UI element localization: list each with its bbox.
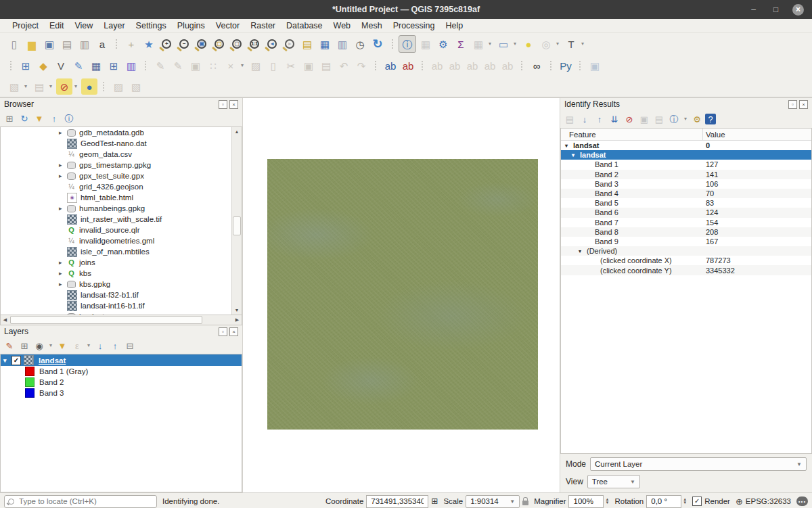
expand-arrow-icon[interactable]: ▾ — [572, 152, 580, 158]
collapse-tree-button[interactable]: ↑ — [593, 112, 606, 126]
identify-result-row[interactable]: Band 8 208 — [561, 227, 811, 237]
text-annotation-button[interactable]: T — [563, 36, 579, 52]
form-view-button[interactable]: ▤ — [563, 112, 577, 126]
zoom-last-button[interactable]: ◂ — [264, 36, 280, 52]
browser-item[interactable]: ▸ joins — [1, 257, 242, 268]
minimize-button[interactable]: – — [748, 4, 759, 16]
browser-item[interactable]: GeodTest-nano.dat — [1, 138, 242, 149]
processing-toolbox-button[interactable]: ⚙ — [435, 36, 451, 52]
layers-float-icon[interactable]: ▫ — [219, 327, 227, 336]
current-edits-button[interactable]: ✎ — [152, 57, 168, 74]
cut-features-button[interactable]: ✂ — [283, 57, 299, 74]
metasearch-button[interactable]: ∞ — [528, 57, 545, 74]
refresh-browser-button[interactable]: ↻ — [18, 112, 31, 125]
browser-item[interactable]: ▸ humanbeings.gpkg — [1, 203, 242, 214]
new-spatialite-button[interactable]: ✎ — [70, 57, 87, 74]
zoom-to-layer-button[interactable]: ▢ — [229, 36, 245, 52]
menu-item[interactable]: Raster — [245, 20, 281, 31]
filter-expression-button[interactable]: ε — [70, 339, 84, 352]
identify-close-icon[interactable]: × — [799, 100, 808, 109]
lock-scale-icon[interactable] — [522, 501, 528, 505]
remove-layer-button[interactable]: ⊟ — [123, 339, 137, 352]
layers-close-icon[interactable]: × — [229, 327, 238, 336]
identify-float-icon[interactable]: ▫ — [788, 100, 797, 109]
expand-tree-button[interactable]: ↓ — [578, 112, 591, 126]
magnifier-spinbox[interactable]: ▲▼ — [568, 495, 609, 508]
add-selected-layers-button[interactable]: ⊞ — [3, 112, 16, 125]
show-statistics-button[interactable]: Σ — [453, 36, 469, 52]
scrollbar-thumb[interactable] — [10, 316, 202, 324]
layer-item-landsat[interactable]: ▾ ✓ landsat — [1, 354, 242, 366]
magnifier-input[interactable] — [572, 497, 600, 506]
menu-item[interactable]: Project — [7, 20, 44, 31]
feature-column-header[interactable]: Feature — [561, 129, 703, 140]
extents-icon[interactable]: ⊞ — [431, 497, 438, 506]
menu-item[interactable]: Plugins — [172, 20, 210, 31]
map-canvas[interactable] — [242, 98, 560, 492]
select-by-location-button[interactable]: ● — [81, 78, 97, 95]
maximize-button[interactable]: □ — [770, 4, 782, 16]
browser-item[interactable]: ▸ kbs.gpkg — [1, 279, 242, 290]
expand-all-button[interactable]: ↓ — [93, 339, 107, 352]
browser-item[interactable]: html_table.html — [1, 192, 242, 203]
paste-features-button[interactable]: ▤ — [318, 57, 334, 74]
filter-expression-dropdown-icon[interactable]: ▾ — [85, 339, 92, 352]
expand-arrow-icon[interactable]: ▾ — [579, 248, 587, 254]
browser-item[interactable]: invalidgeometries.gml — [1, 235, 242, 246]
scroll-down-icon[interactable]: ▼ — [232, 306, 242, 315]
browser-item[interactable]: invalid_source.qlr — [1, 225, 242, 235]
scroll-right-icon[interactable]: ▶ — [233, 315, 242, 325]
new-mesh-layer-button[interactable]: ⊞ — [106, 57, 122, 74]
browser-horizontal-scrollbar[interactable]: ◀ ▶ — [0, 315, 242, 325]
menu-item[interactable]: Edit — [44, 20, 70, 31]
identify-result-row[interactable]: Band 9 167 — [561, 237, 811, 246]
identify-result-row[interactable]: (clicked coordinate X) 787273 — [561, 256, 811, 265]
layer-labeling-button[interactable]: ab — [382, 57, 399, 74]
browser-item[interactable]: ▸ gps_timestamp.gpkg — [1, 160, 242, 170]
open-attribute-table-button[interactable]: ▦ — [470, 36, 487, 52]
zoom-out-button[interactable]: − — [176, 36, 192, 52]
new-shapefile-button[interactable]: V — [53, 57, 69, 74]
mode-select[interactable]: Current Layer ▼ — [590, 457, 807, 471]
close-button[interactable]: × — [792, 4, 804, 16]
identify-result-row[interactable]: ▾ landsat 0 — [561, 141, 811, 150]
annotation-dropdown-icon[interactable]: ▾ — [579, 36, 587, 52]
modify-attributes-button[interactable]: ▨ — [248, 57, 264, 74]
identify-result-row[interactable]: Band 3 106 — [561, 179, 811, 189]
expand-arrow-icon[interactable]: ▾ — [565, 143, 573, 149]
open-layer-styling-button[interactable]: ✎ — [3, 339, 16, 352]
identify-mode-dropdown-icon[interactable]: ▾ — [682, 112, 689, 126]
view-select[interactable]: Tree ▼ — [587, 475, 640, 488]
menu-item[interactable]: Database — [281, 20, 328, 31]
menu-item[interactable]: Layer — [98, 20, 130, 31]
run-feature-action-button[interactable]: ◎ — [538, 36, 554, 52]
layer-band-item[interactable]: Band 3 — [1, 388, 242, 398]
browser-item[interactable]: landsat-int16-b1.tif — [1, 300, 242, 311]
identify-result-row[interactable]: Band 2 141 — [561, 170, 811, 179]
scroll-left-icon[interactable]: ◀ — [1, 315, 9, 325]
browser-close-icon[interactable]: × — [229, 100, 238, 109]
render-checkbox[interactable]: ✓ — [692, 497, 702, 506]
browser-item[interactable]: isle_of_man.mbtiles — [1, 246, 242, 257]
identify-result-row[interactable]: Band 5 83 — [561, 198, 811, 208]
layout-manager-button[interactable]: ▥ — [76, 36, 93, 52]
rotation-input[interactable] — [650, 497, 678, 506]
filter-legend-button[interactable]: ▼ — [55, 339, 69, 352]
coordinate-input[interactable] — [369, 497, 425, 506]
bookmark-manager-button[interactable]: ▥ — [334, 36, 351, 52]
menu-item[interactable]: View — [69, 20, 98, 31]
new-project-button[interactable]: ▯ — [6, 36, 22, 52]
menu-item[interactable]: Help — [440, 20, 468, 31]
delete-selected-button[interactable]: ▯ — [265, 57, 281, 74]
menu-item[interactable]: Vector — [210, 20, 245, 31]
expand-new-results-button[interactable]: ⇊ — [608, 112, 621, 126]
map-themes-dropdown-icon[interactable]: ▾ — [47, 339, 54, 352]
vertex-tool-dropdown-icon[interactable]: ▾ — [238, 57, 246, 74]
layer-diagram-button[interactable]: ab — [400, 57, 416, 74]
new-bookmark-button[interactable]: ▤ — [299, 36, 315, 52]
filter-browser-button[interactable]: ▼ — [32, 112, 46, 125]
select-by-form-dropdown-icon[interactable]: ▾ — [47, 78, 55, 95]
expand-arrow-icon[interactable]: ▸ — [59, 281, 67, 287]
identify-result-row[interactable]: Band 1 127 — [561, 160, 811, 169]
pan-to-selection-button[interactable]: ★ — [141, 36, 157, 52]
